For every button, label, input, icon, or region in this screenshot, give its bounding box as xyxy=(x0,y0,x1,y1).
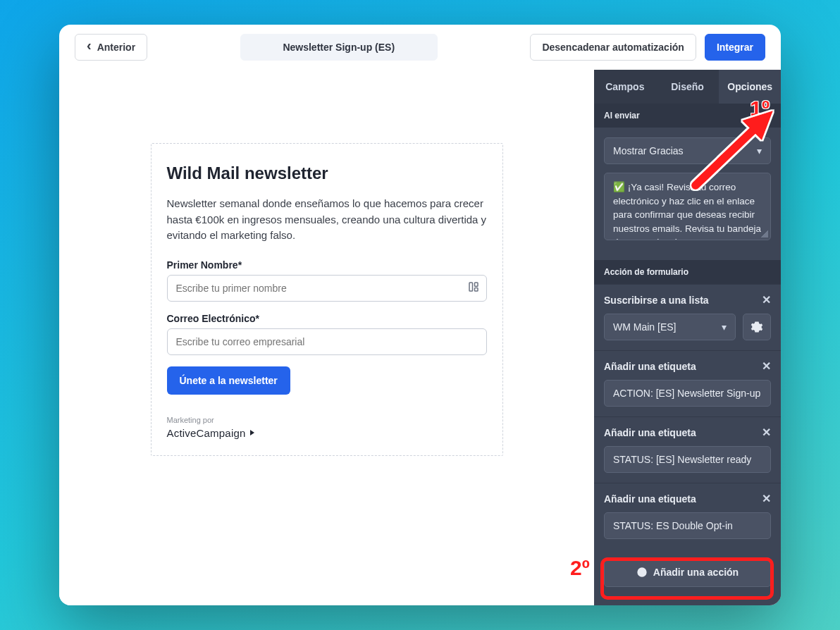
action-subscribe: Suscribirse a una lista ✕ WM Main [ES] ▾ xyxy=(594,284,781,350)
app-window: Anterior Newsletter Sign-up (ES) Desenca… xyxy=(59,25,781,605)
tab-options[interactable]: Opciones xyxy=(718,70,781,104)
tab-fields[interactable]: Campos xyxy=(594,70,656,104)
tag-value-3[interactable]: STATUS: ES Double Opt-in xyxy=(604,512,771,539)
sidebar-scroll[interactable]: Al enviar Mostrar Gracias ▾ ✅ ¡Ya casi! … xyxy=(594,104,781,605)
caret-down-icon: ▾ xyxy=(722,321,727,333)
chevron-left-icon xyxy=(87,42,92,53)
caret-down-icon: ▾ xyxy=(757,145,762,156)
plus-circle-icon xyxy=(636,567,648,578)
email-label: Correo Electrónico* xyxy=(167,313,487,324)
tag-label: Añadir una etiqueta xyxy=(604,427,696,438)
email-input[interactable] xyxy=(167,328,487,355)
svg-rect-2 xyxy=(474,288,478,291)
subscribe-list-value: WM Main [ES] xyxy=(613,321,676,333)
add-action-wrap: Añadir una acción xyxy=(594,549,781,600)
autofill-icon xyxy=(467,280,480,293)
on-submit-header: Al enviar xyxy=(594,104,781,128)
first-name-input[interactable] xyxy=(167,275,487,302)
body: Wild Mail newsletter Newsletter semanal … xyxy=(59,70,781,605)
close-icon[interactable]: ✕ xyxy=(762,293,771,307)
action-tag-2: Añadir una etiqueta ✕ STATUS: [ES] Newsl… xyxy=(594,416,781,483)
subscribe-list-select[interactable]: WM Main [ES] ▾ xyxy=(604,314,736,340)
trigger-automation-button[interactable]: Desencadenar automatización xyxy=(530,34,696,61)
tag-value-1[interactable]: ACTION: [ES] Newsletter Sign-up xyxy=(604,380,771,407)
on-submit-body: Mostrar Gracias ▾ ✅ ¡Ya casi! Revisa tu … xyxy=(594,128,781,250)
brand-name: ActiveCampaign xyxy=(167,427,246,439)
svg-rect-1 xyxy=(474,283,478,286)
on-submit-select[interactable]: Mostrar Gracias ▾ xyxy=(604,137,771,164)
sidebar-tabs: Campos Diseño Opciones xyxy=(594,70,781,104)
subscribe-label: Suscribirse a una lista xyxy=(604,295,709,306)
tag-value-2[interactable]: STATUS: [ES] Newsletter ready xyxy=(604,446,771,473)
topbar: Anterior Newsletter Sign-up (ES) Desenca… xyxy=(59,25,781,70)
brand-arrow-icon xyxy=(249,428,257,437)
add-action-button[interactable]: Añadir una acción xyxy=(604,557,771,587)
add-action-label: Añadir una acción xyxy=(653,567,739,578)
submit-label: Únete a la newsletter xyxy=(180,375,278,386)
action-tag-1: Añadir una etiqueta ✕ ACTION: [ES] Newsl… xyxy=(594,350,781,416)
form-action-header: Acción de formulario xyxy=(594,260,781,284)
svg-rect-0 xyxy=(469,283,473,291)
thanks-textarea[interactable]: ✅ ¡Ya casi! Revisa tu correo electrónico… xyxy=(604,173,771,240)
form-heading: Wild Mail newsletter xyxy=(167,163,487,183)
form-title-label: Newsletter Sign-up (ES) xyxy=(283,42,395,53)
form-card: Wild Mail newsletter Newsletter semanal … xyxy=(151,143,503,456)
tab-design[interactable]: Diseño xyxy=(656,70,719,104)
activecampaign-logo: ActiveCampaign xyxy=(167,427,257,439)
tag-label: Añadir una etiqueta xyxy=(604,493,696,505)
integrate-label: Integrar xyxy=(717,42,753,53)
first-name-label: Primer Nombre* xyxy=(167,259,487,271)
close-icon[interactable]: ✕ xyxy=(762,359,771,373)
canvas: Wild Mail newsletter Newsletter semanal … xyxy=(59,70,594,605)
back-label: Anterior xyxy=(97,42,135,53)
trigger-automation-label: Desencadenar automatización xyxy=(542,42,684,53)
tag-label: Añadir una etiqueta xyxy=(604,361,696,372)
back-button[interactable]: Anterior xyxy=(75,34,147,61)
marketing-by-label: Marketing por xyxy=(167,416,487,424)
integrate-button[interactable]: Integrar xyxy=(705,34,765,61)
sidebar: Campos Diseño Opciones Al enviar Mostrar… xyxy=(594,70,781,605)
close-icon[interactable]: ✕ xyxy=(762,492,771,505)
action-tag-3: Añadir una etiqueta ✕ STATUS: ES Double … xyxy=(594,483,781,549)
form-description: Newsletter semanal donde enseñamos lo qu… xyxy=(167,196,487,244)
list-settings-button[interactable] xyxy=(743,314,771,340)
thanks-text: ✅ ¡Ya casi! Revisa tu correo electrónico… xyxy=(613,182,761,240)
submit-button[interactable]: Únete a la newsletter xyxy=(167,366,290,395)
gear-icon xyxy=(751,321,763,333)
on-submit-select-value: Mostrar Gracias xyxy=(613,145,684,156)
close-icon[interactable]: ✕ xyxy=(762,426,771,439)
form-title-button[interactable]: Newsletter Sign-up (ES) xyxy=(240,34,438,61)
